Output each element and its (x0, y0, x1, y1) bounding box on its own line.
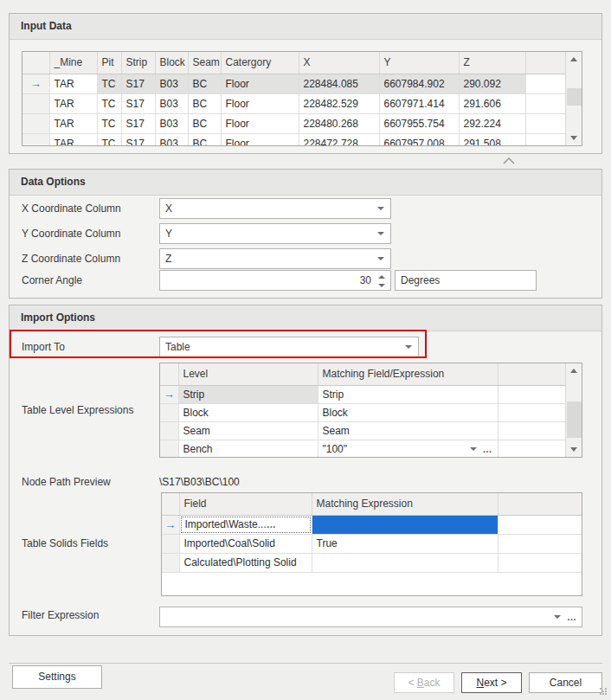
cell[interactable]: S17 (121, 93, 155, 113)
x-coordinate-column-combo[interactable]: X (159, 198, 391, 219)
column-header[interactable]: Seam (188, 52, 221, 74)
ellipsis-button-icon[interactable] (567, 611, 577, 623)
cell[interactable]: Floor (221, 113, 299, 133)
cell[interactable]: Floor (221, 93, 299, 113)
cell[interactable]: TAR (49, 133, 97, 146)
ellipsis-button-icon[interactable] (483, 443, 493, 455)
column-header[interactable]: _Mine (49, 52, 97, 74)
column-header[interactable]: Matching Field/Expression (318, 363, 498, 385)
cell[interactable]: 228482.529 (299, 93, 379, 113)
scrollbar-thumb[interactable] (567, 88, 582, 106)
cell[interactable]: Floor (221, 133, 299, 146)
ellipsis-button-icon[interactable] (267, 518, 277, 530)
cancel-button[interactable]: Cancel (529, 672, 602, 693)
cell[interactable]: Block (178, 403, 318, 421)
filter-expression-combo[interactable] (159, 607, 582, 627)
cell[interactable]: TAR (49, 113, 97, 133)
column-header[interactable]: X (299, 52, 379, 74)
cell[interactable]: 6607955.754 (379, 113, 459, 133)
column-header[interactable]: Field (179, 493, 312, 515)
cell[interactable]: Floor (221, 74, 299, 93)
selected-expression-cell[interactable] (312, 515, 498, 534)
chevron-down-icon[interactable] (377, 257, 384, 260)
cell[interactable]: 290.092 (459, 74, 525, 93)
cell[interactable]: B03 (155, 113, 188, 133)
chevron-down-icon[interactable] (554, 615, 561, 619)
header-row: Field Matching Expression (162, 493, 582, 515)
chevron-down-icon[interactable] (377, 232, 384, 235)
cell[interactable]: Bench (178, 440, 318, 458)
field-editor-focused[interactable]: Imported\Waste... (181, 517, 311, 533)
scroll-up-button[interactable] (566, 52, 582, 67)
cell[interactable]: B03 (155, 74, 188, 93)
y-coordinate-column-combo[interactable]: Y (159, 223, 391, 244)
cell[interactable]: 228484.085 (299, 74, 379, 93)
cell[interactable]: TAR (49, 74, 97, 93)
cell[interactable]: 291.606 (459, 93, 525, 113)
column-header[interactable]: Catergory (221, 52, 299, 74)
cell[interactable]: 228480.268 (299, 113, 379, 133)
back-button[interactable]: < Back (394, 672, 454, 693)
spin-up-icon[interactable] (378, 275, 385, 279)
vertical-scrollbar[interactable] (565, 52, 582, 145)
cell[interactable]: 291.508 (459, 133, 525, 146)
vertical-scrollbar[interactable] (565, 363, 582, 457)
cell[interactable]: B03 (155, 133, 188, 146)
chevron-down-icon[interactable] (377, 207, 384, 210)
cell[interactable]: BC (188, 93, 221, 113)
column-header[interactable]: Matching Expression (312, 493, 498, 515)
corner-angle-unit-field[interactable]: Degrees (395, 270, 537, 291)
next-button[interactable]: Next > (461, 672, 522, 693)
cell[interactable]: TC (97, 133, 121, 146)
column-header[interactable]: Z (459, 52, 525, 74)
cell[interactable]: S17 (121, 113, 155, 133)
cell[interactable]: Seam (178, 421, 318, 440)
cell[interactable]: S17 (121, 74, 155, 93)
cell[interactable]: Strip (318, 385, 498, 403)
import-to-combo[interactable]: Table (159, 337, 419, 357)
chevron-down-icon[interactable] (470, 447, 477, 451)
cell[interactable]: TAR (49, 93, 97, 113)
cell[interactable]: 6607984.902 (379, 74, 459, 93)
cell[interactable]: 6607957.008 (379, 133, 459, 146)
row-indicator-cell (160, 385, 178, 403)
cell[interactable]: 6607971.414 (379, 93, 459, 113)
chevron-down-icon[interactable] (405, 345, 412, 349)
cell[interactable]: TC (97, 74, 121, 93)
cell[interactable]: BC (188, 74, 221, 93)
column-header[interactable]: Strip (121, 52, 155, 74)
column-header[interactable]: Pit (97, 52, 121, 74)
cell[interactable] (312, 553, 498, 572)
column-header[interactable]: Block (155, 52, 188, 74)
cell[interactable]: 228472.728 (299, 133, 379, 146)
scroll-down-button[interactable] (566, 442, 582, 457)
cell[interactable]: BC (188, 133, 221, 146)
column-header[interactable]: Level (178, 363, 318, 385)
splitter-collapse-icon[interactable] (503, 157, 515, 164)
row-indicator-cell (160, 421, 178, 440)
cell[interactable]: "100" (318, 440, 498, 458)
scroll-down-button[interactable] (566, 131, 582, 145)
cell[interactable]: Calculated\Plotting Solid (179, 553, 312, 572)
resize-grip[interactable] (600, 688, 608, 697)
cell[interactable]: True (312, 534, 498, 553)
cell-filler (498, 515, 582, 534)
cell[interactable]: Seam (318, 421, 498, 440)
scroll-up-button[interactable] (566, 363, 582, 378)
settings-button[interactable]: Settings (12, 665, 102, 689)
cell[interactable]: Imported\Coal\Solid (179, 534, 312, 553)
cell[interactable]: B03 (155, 93, 188, 113)
scrollbar-thumb[interactable] (567, 401, 582, 438)
cell[interactable]: Strip (178, 385, 318, 403)
spin-down-icon[interactable] (378, 284, 385, 287)
cell[interactable]: S17 (121, 133, 155, 146)
cell[interactable]: Imported\Waste... (179, 515, 312, 534)
corner-angle-spinner[interactable]: 30 (159, 270, 391, 291)
cell[interactable]: TC (97, 93, 121, 113)
z-coordinate-column-combo[interactable]: Z (159, 248, 391, 269)
cell[interactable]: 292.224 (459, 113, 525, 133)
cell[interactable]: TC (97, 113, 121, 133)
cell[interactable]: BC (188, 113, 221, 133)
column-header[interactable]: Y (379, 52, 459, 74)
cell[interactable]: Block (318, 403, 498, 421)
